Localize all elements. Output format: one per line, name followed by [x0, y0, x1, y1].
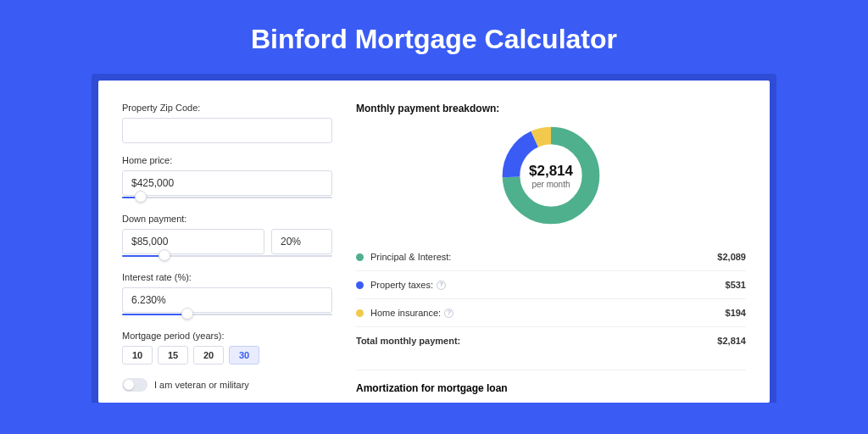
down-payment-input[interactable] — [122, 229, 264, 254]
legend: Principal & Interest:$2,089Property taxe… — [356, 243, 746, 326]
period-label: Mortgage period (years): — [122, 331, 332, 341]
amortization-title: Amortization for mortgage loan — [356, 382, 746, 394]
interest-slider[interactable] — [122, 310, 332, 319]
down-payment-field: Down payment: — [122, 214, 332, 260]
page-title: Binford Mortgage Calculator — [0, 0, 868, 74]
interest-field: Interest rate (%): — [122, 272, 332, 319]
legend-dot-icon — [356, 309, 364, 317]
interest-label: Interest rate (%): — [122, 272, 332, 282]
down-payment-slider[interactable] — [122, 252, 332, 260]
donut-chart: $2,814 per month — [498, 123, 604, 228]
period-option-20[interactable]: 20 — [193, 346, 224, 364]
interest-input[interactable] — [122, 287, 332, 313]
total-row: Total monthly payment: $2,814 — [356, 326, 746, 354]
veteran-toggle[interactable] — [122, 378, 147, 392]
legend-dot-icon — [356, 281, 364, 289]
calculator-card: Property Zip Code: Home price: Down paym… — [98, 81, 770, 403]
veteran-label: I am veteran or military — [154, 380, 249, 390]
period-option-30[interactable]: 30 — [229, 346, 259, 364]
legend-row-0: Principal & Interest:$2,089 — [356, 243, 746, 271]
down-payment-label: Down payment: — [122, 214, 332, 224]
zip-input[interactable] — [122, 118, 332, 143]
inputs-column: Property Zip Code: Home price: Down paym… — [122, 103, 332, 403]
home-price-input[interactable] — [122, 170, 332, 196]
legend-row-1: Property taxes:?$531 — [356, 271, 746, 299]
legend-label: Home insurance:? — [370, 308, 726, 318]
legend-label: Principal & Interest: — [370, 252, 717, 262]
home-price-label: Home price: — [122, 155, 332, 165]
down-payment-pct-input[interactable] — [271, 229, 332, 254]
breakdown-title: Monthly payment breakdown: — [356, 103, 746, 114]
legend-value: $531 — [726, 280, 746, 290]
period-option-15[interactable]: 15 — [158, 346, 188, 364]
info-icon[interactable]: ? — [437, 281, 446, 290]
legend-row-2: Home insurance:?$194 — [356, 299, 746, 326]
amortization-section: Amortization for mortgage loan Amortizat… — [356, 370, 746, 403]
period-option-10[interactable]: 10 — [122, 346, 153, 364]
amortization-body: Amortization for a mortgage loan refers … — [356, 401, 746, 403]
zip-field: Property Zip Code: — [122, 103, 332, 143]
donut-sublabel: per month — [531, 180, 570, 189]
home-price-field: Home price: — [122, 155, 332, 202]
legend-value: $194 — [726, 308, 746, 318]
period-field: Mortgage period (years): 10152030 — [122, 331, 332, 364]
zip-label: Property Zip Code: — [122, 103, 332, 113]
info-icon[interactable]: ? — [444, 309, 453, 318]
card-shadow: Property Zip Code: Home price: Down paym… — [92, 74, 776, 403]
home-price-slider[interactable] — [122, 193, 332, 202]
period-options: 10152030 — [122, 346, 332, 364]
breakdown-column: Monthly payment breakdown: $2,814 per mo… — [356, 103, 746, 403]
donut-wrap: $2,814 per month — [356, 123, 746, 228]
legend-value: $2,089 — [717, 252, 746, 262]
total-label: Total monthly payment: — [356, 336, 717, 346]
legend-label: Property taxes:? — [370, 280, 726, 290]
veteran-row: I am veteran or military — [122, 378, 332, 392]
legend-dot-icon — [356, 253, 364, 261]
total-value: $2,814 — [717, 336, 746, 346]
donut-amount: $2,814 — [529, 163, 573, 180]
